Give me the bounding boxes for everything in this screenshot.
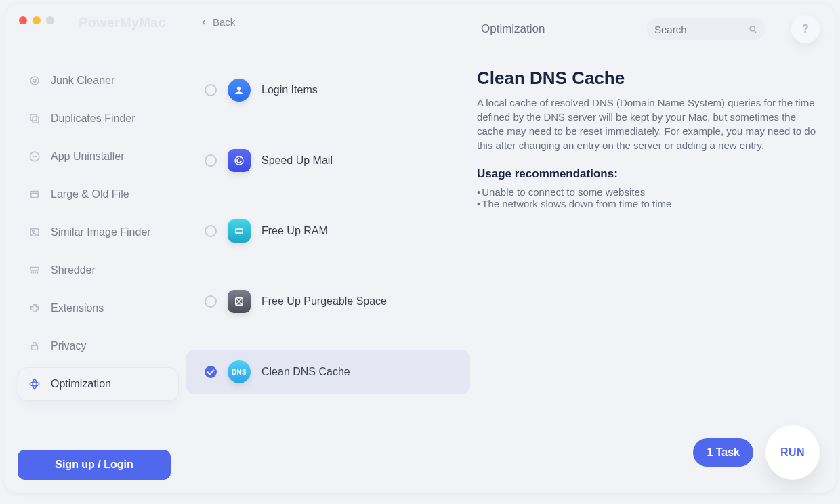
task-label: Free Up Purgeable Space	[261, 295, 387, 308]
dns-icon: DNS	[228, 360, 251, 383]
run-button[interactable]: RUN	[765, 425, 820, 480]
task-label: Speed Up Mail	[261, 154, 333, 167]
sidebar-item-large-old-file[interactable]: Large & Old File	[18, 177, 179, 211]
task-list: Login Items Speed Up Mail Free Up RAM	[186, 68, 470, 394]
sidebar-item-app-uninstaller[interactable]: App Uninstaller	[18, 140, 179, 173]
archive-icon	[28, 188, 41, 201]
section-title: Optimization	[481, 22, 545, 36]
sidebar-item-label: Similar Image Finder	[51, 226, 151, 238]
lock-icon	[28, 339, 41, 353]
svg-rect-6	[31, 194, 39, 198]
ram-icon	[228, 219, 251, 243]
svg-point-0	[30, 77, 39, 85]
sidebar-item-junk-cleaner[interactable]: Junk Cleaner	[18, 64, 179, 98]
gear-icon	[28, 74, 41, 87]
purgeable-icon	[228, 290, 251, 313]
svg-rect-9	[30, 268, 39, 271]
uninstall-icon	[28, 150, 41, 163]
detail-title: Clean DNS Cache	[477, 68, 816, 89]
task-checkbox[interactable]	[205, 295, 217, 308]
svg-rect-10	[32, 345, 38, 350]
minimize-window-icon[interactable]	[33, 16, 41, 24]
task-checkbox[interactable]	[205, 84, 217, 96]
sidebar-item-label: Duplicates Finder	[51, 112, 135, 125]
task-label: Clean DNS Cache	[261, 366, 350, 378]
task-checkbox[interactable]	[205, 225, 217, 237]
task-list-panel: Back Login Items Speed Up Mail	[186, 4, 477, 493]
close-window-icon[interactable]	[19, 16, 27, 24]
sidebar-item-shredder[interactable]: Shredder	[18, 253, 179, 287]
task-row-free-up-ram[interactable]: Free Up RAM	[186, 209, 470, 253]
task-row-free-up-purgeable[interactable]: Free Up Purgeable Space	[186, 279, 470, 324]
app-title: PowerMyMac	[79, 15, 166, 30]
task-count-pill[interactable]: 1 Task	[693, 438, 753, 467]
puzzle-icon	[28, 301, 41, 315]
sidebar-item-similar-image-finder[interactable]: Similar Image Finder	[18, 215, 179, 249]
sidebar-item-extensions[interactable]: Extensions	[18, 291, 179, 325]
back-label: Back	[213, 16, 235, 28]
help-button[interactable]: ?	[791, 15, 820, 43]
mail-icon	[228, 149, 251, 172]
sidebar-nav: Junk Cleaner Duplicates Finder App Unins…	[18, 64, 179, 401]
image-icon	[28, 226, 41, 239]
detail-panel: Optimization ? Clean DNS Cache A local c…	[477, 4, 836, 493]
svg-point-17	[750, 26, 755, 31]
svg-point-8	[32, 230, 34, 232]
maximize-window-icon	[46, 16, 54, 24]
detail-rec-item: Unable to connect to some websites	[477, 186, 816, 198]
svg-point-11	[30, 382, 39, 386]
sidebar-item-label: Junk Cleaner	[51, 75, 114, 87]
login-icon	[228, 79, 251, 102]
task-count-label: 1 Task	[707, 446, 740, 458]
chevron-left-icon	[199, 18, 209, 27]
sidebar: Junk Cleaner Duplicates Finder App Unins…	[4, 4, 186, 493]
svg-point-12	[33, 379, 37, 389]
task-row-clean-dns-cache[interactable]: DNS Clean DNS Cache	[186, 350, 470, 394]
detail-recommendations: Unable to connect to some websites The n…	[477, 186, 816, 209]
app-window: PowerMyMac Junk Cleaner Duplicates Finde…	[4, 4, 836, 493]
task-checkbox[interactable]	[205, 366, 217, 378]
svg-point-1	[33, 79, 37, 83]
sidebar-item-label: Optimization	[51, 378, 111, 390]
task-checkbox[interactable]	[205, 154, 217, 167]
sidebar-item-label: Privacy	[51, 340, 86, 352]
sidebar-item-privacy[interactable]: Privacy	[18, 329, 179, 363]
top-bar: Optimization ?	[481, 15, 820, 43]
search-icon	[748, 24, 757, 35]
sidebar-item-label: Shredder	[51, 264, 96, 276]
task-row-login-items[interactable]: Login Items	[186, 68, 470, 112]
svg-rect-2	[30, 114, 37, 121]
sidebar-item-optimization[interactable]: Optimization	[18, 367, 179, 401]
atom-icon	[28, 377, 41, 391]
search-input[interactable]	[654, 24, 748, 35]
detail-rec-title: Usage recommendations:	[477, 167, 816, 181]
shredder-icon	[28, 264, 41, 277]
run-label: RUN	[780, 446, 805, 459]
svg-point-13	[237, 87, 241, 91]
back-button[interactable]: Back	[199, 16, 235, 28]
signup-login-button[interactable]: Sign up / Login	[18, 450, 171, 480]
task-row-speed-up-mail[interactable]: Speed Up Mail	[186, 138, 470, 183]
window-controls	[19, 16, 54, 24]
search-field[interactable]	[646, 18, 765, 40]
copy-icon	[28, 112, 41, 125]
sidebar-item-duplicates-finder[interactable]: Duplicates Finder	[18, 102, 179, 135]
button-label: Sign up / Login	[55, 459, 133, 471]
task-label: Free Up RAM	[261, 225, 328, 237]
task-detail: Clean DNS Cache A local cache of resolve…	[477, 68, 820, 209]
sidebar-item-label: Extensions	[51, 302, 104, 314]
detail-rec-item: The network slows down from time to time	[477, 198, 816, 209]
task-label: Login Items	[261, 84, 318, 96]
footer-actions: 1 Task RUN	[693, 425, 820, 480]
sidebar-item-label: App Uninstaller	[51, 150, 125, 163]
svg-point-14	[235, 156, 243, 165]
help-label: ?	[802, 23, 809, 35]
sidebar-item-label: Large & Old File	[51, 188, 129, 201]
svg-rect-3	[33, 117, 39, 123]
svg-rect-15	[236, 229, 243, 233]
detail-description: A local cache of resolved DNS (Domain Na…	[477, 96, 816, 152]
